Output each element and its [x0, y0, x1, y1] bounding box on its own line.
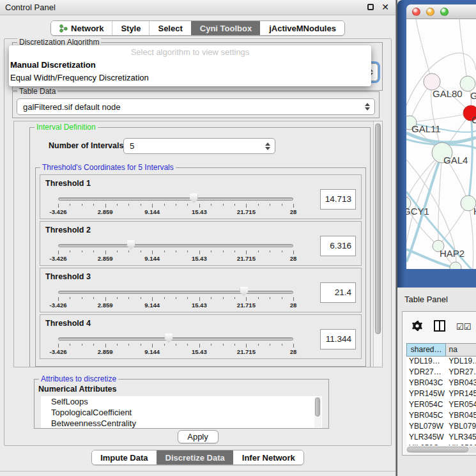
threshold-slider[interactable]: -3.4262.8599.14415.4321.71528 [58, 193, 293, 219]
table-row[interactable]: YPR145WYPR145W [406, 389, 476, 400]
select-columns-icon[interactable]: ☑☑ [456, 322, 471, 332]
table-panel: Table Panel ☑☑ shared… na YDL19…YDL19… [397, 289, 476, 476]
threshold-label: Threshold 3 [45, 272, 91, 281]
slider-track[interactable] [58, 197, 293, 201]
table-row[interactable]: YLR345WYLR345W [406, 433, 476, 443]
combo-arrows-icon [365, 103, 370, 111]
combo-arrows-icon [265, 142, 270, 150]
interval-definition-label: Interval Definition [35, 123, 98, 132]
apply-button[interactable]: Apply [178, 430, 219, 443]
slider-ticks [58, 343, 293, 348]
dropdown-option-manual[interactable]: Manual Discretization [9, 59, 371, 72]
numerical-attributes-list[interactable]: SelfLoops TopologicalCoefficient Between… [41, 396, 322, 428]
threshold-value-field[interactable]: 14.713 [320, 189, 356, 210]
table-row[interactable]: YIL052CYIL052C [406, 443, 476, 445]
slider-track[interactable] [58, 337, 293, 341]
control-panel-titlebar: Control Panel ✕ [0, 0, 395, 15]
attributes-group: Attributes to discretize Numerical Attri… [34, 379, 329, 429]
threshold-slider[interactable]: -3.4262.8599.14415.4321.71528 [58, 240, 293, 265]
network-view-window: GAL80 GA C GAL11 GAL4 GCY1 H HAP2 [397, 0, 476, 288]
table-row[interactable]: YER054CYER054C [406, 400, 476, 411]
threshold-value-field[interactable]: 11.344 [320, 329, 356, 349]
tab-cyni-toolbox[interactable]: Cyni Toolbox [191, 21, 260, 35]
table-row[interactable]: YDR27…YDR27… [406, 367, 476, 378]
close-icon[interactable]: ✕ [381, 2, 389, 12]
split-columns-icon[interactable] [434, 320, 445, 332]
network-canvas[interactable]: GAL80 GA C GAL11 GAL4 GCY1 H HAP2 [406, 19, 476, 269]
slider-ticks [58, 296, 293, 301]
table-data-combobox[interactable]: galFiltered.sif default node [17, 98, 375, 115]
scrollbar-thumb[interactable] [315, 397, 320, 417]
close-traffic-light[interactable] [412, 8, 420, 16]
column-header-name[interactable]: na [446, 343, 476, 357]
zoom-traffic-light[interactable] [440, 8, 449, 16]
table-panel-title: Table Panel [404, 295, 448, 304]
slider-tick-labels: -3.4262.8599.14415.4321.71528 [58, 348, 293, 356]
tab-network[interactable]: Network [51, 21, 112, 35]
slider-thumb[interactable] [127, 240, 135, 250]
table-toolbar: ☑☑ [403, 312, 476, 341]
bottom-tab-row: Impute Data Discretize Data Infer Networ… [0, 450, 395, 465]
gear-icon[interactable] [411, 319, 424, 332]
slider-track[interactable] [58, 244, 293, 247]
tab-discretize-data[interactable]: Discretize Data [157, 450, 233, 464]
dropdown-option-equal-width[interactable]: Equal Width/Frequency Discretization [9, 72, 371, 84]
attributes-group-label: Attributes to discretize [39, 374, 118, 383]
list-item[interactable]: BetweennessCentrality [41, 418, 322, 428]
interval-scrollpane: Interval Definition Number of Intervals … [13, 121, 383, 367]
control-panel-tabs: Network Style Select Cyni Toolbox jActiv… [50, 20, 345, 36]
node-label-ga: GA [470, 90, 476, 101]
node-table: shared… na YDL19…YDL19… YDR27…YDR27… YBR… [406, 343, 476, 445]
threshold-panel: Threshold 2 -3.4262.8599.14415.4321.7152… [40, 221, 362, 266]
threshold-panel: Threshold 3 -3.4262.8599.14415.4321.7152… [40, 268, 362, 312]
table-row[interactable]: YBR043CYBR043C [406, 378, 476, 389]
tab-style[interactable]: Style [112, 21, 149, 35]
horizontal-scrollbar[interactable] [406, 447, 476, 453]
tab-impute-data[interactable]: Impute Data [92, 450, 156, 464]
cyni-mode-tabs: Impute Data Discretize Data Infer Networ… [91, 450, 304, 465]
panel-bottom-edge [0, 471, 395, 472]
threshold-slider[interactable]: -3.4262.8599.14415.4321.71528 [58, 333, 293, 358]
numerical-attributes-label: Numerical Attributes [38, 385, 116, 394]
number-of-intervals-label: Number of Intervals [49, 141, 123, 150]
number-of-intervals-combobox[interactable]: 5 [123, 138, 275, 154]
scrollbar-thumb[interactable] [375, 123, 381, 334]
table-row[interactable]: YBR045CYBR045C [406, 411, 476, 422]
threshold-panel: Threshold 1 -3.4262.8599.14415.4321.7152… [40, 174, 362, 219]
slider-tick-labels: -3.4262.8599.14415.4321.71528 [58, 255, 293, 263]
network-icon [59, 24, 68, 33]
slider-track[interactable] [58, 291, 293, 294]
network-window-titlebar[interactable] [406, 4, 476, 19]
node-label-h: H [473, 206, 476, 217]
table-data-label: Table Data [17, 87, 58, 96]
minimize-traffic-light[interactable] [426, 8, 434, 16]
node-label-gal11: GAL11 [411, 123, 441, 134]
table-row[interactable]: YDL19…YDL19… [406, 357, 476, 367]
vertical-scrollbar[interactable] [373, 121, 382, 367]
slider-thumb[interactable] [240, 287, 248, 296]
tab-network-label: Network [71, 24, 104, 33]
node-label-gal80: GAL80 [433, 88, 463, 99]
table-row[interactable]: YBL079WYBL079W [406, 422, 476, 433]
column-header-shared[interactable]: shared… [406, 343, 446, 357]
network-nodes[interactable] [406, 73, 476, 269]
thresholds-group: Threshold's Coordinates for 5 Intervals … [35, 167, 366, 367]
slider-ticks [58, 203, 293, 208]
list-item[interactable]: TopologicalCoefficient [41, 407, 322, 418]
node-label-c: C [472, 114, 476, 125]
threshold-value-field[interactable]: 6.316 [320, 236, 356, 256]
table-header-row: shared… na [406, 343, 476, 357]
tab-jactivemnodules[interactable]: jActiveMNodules [260, 21, 344, 35]
list-vertical-scrollbar[interactable] [314, 397, 321, 427]
float-window-icon[interactable] [367, 4, 374, 10]
threshold-label: Threshold 1 [45, 179, 91, 188]
slider-thumb[interactable] [190, 194, 198, 203]
list-item[interactable]: SelfLoops [41, 396, 322, 407]
threshold-value-field[interactable]: 21.4 [320, 282, 356, 303]
slider-thumb[interactable] [164, 334, 173, 343]
tab-infer-network[interactable]: Infer Network [233, 450, 303, 464]
scrollbar-thumb[interactable] [407, 447, 468, 452]
tab-select[interactable]: Select [149, 21, 190, 35]
table-panel-body: ☑☑ shared… na YDL19…YDL19… YDR27…YDR27… … [402, 311, 476, 456]
threshold-slider[interactable]: -3.4262.8599.14415.4321.71528 [58, 286, 293, 312]
